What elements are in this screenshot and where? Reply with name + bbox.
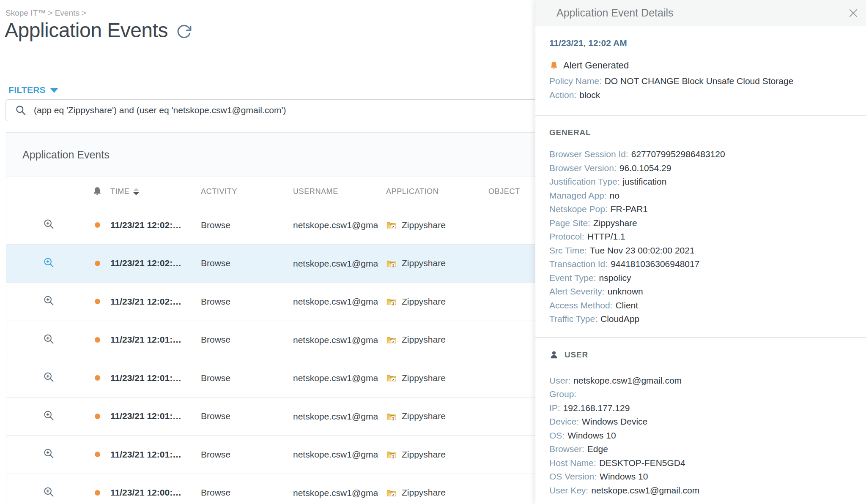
field-label: Policy Name: [549,76,602,86]
username-text: netskope.csw1@gmail.com [293,488,378,498]
zoom-in-icon[interactable] [43,337,55,346]
username-text: netskope.csw1@gmail.com [293,373,378,383]
field-value: 192.168.177.129 [563,403,630,413]
application-text: Zippyshare [402,450,446,460]
field-label: Access Method: [549,300,612,310]
detail-field: IP:192.168.177.129 [549,401,851,415]
zoom-in-icon[interactable] [43,375,55,384]
cell-time: 11/23/21 12:01:… [108,335,201,345]
cell-activity: Browse [201,450,293,460]
svg-text:z: z [392,263,395,267]
col-application[interactable]: APPLICATION [386,187,488,196]
zoom-in-icon[interactable] [43,413,55,423]
col-alert [87,186,108,196]
col-username[interactable]: USERNAME [293,187,386,196]
application-events-page: Skope IT™ > Events > Application Events … [0,0,866,504]
table-row[interactable]: 11/23/21 12:01:… Browse netskope.csw1@gm… [6,321,538,360]
cell-expand [6,218,87,232]
zoom-in-icon[interactable] [43,222,55,232]
cell-time: 11/23/21 12:02:… [108,258,201,268]
username-text: netskope.csw1@gmail.com [293,220,378,230]
field-label: IP: [549,403,560,413]
close-icon[interactable] [846,5,861,21]
field-label: Group: [549,389,576,399]
table-row[interactable]: 11/23/21 12:02:… Browse netskope.csw1@gm… [6,245,538,283]
cell-activity: Browse [201,373,293,383]
col-object[interactable]: OBJECT [488,187,538,196]
user-heading: USER [565,349,588,360]
table-row[interactable]: 11/23/21 12:01:… Browse netskope.csw1@gm… [6,398,538,436]
field-label: Traffic Type: [549,314,597,324]
filters-toggle[interactable]: FILTERS [8,85,58,95]
cell-activity: Browse [201,488,293,498]
detail-field: Traffic Type:CloudApp [549,312,851,326]
cell-expand [6,371,87,385]
zoom-in-icon[interactable] [43,298,55,308]
field-label: User Key: [549,485,588,495]
user-icon [549,350,559,360]
zoom-in-icon[interactable] [43,490,55,499]
query-input[interactable] [33,105,538,116]
cell-username: netskope.csw1@gmail.com [293,335,386,345]
detail-field: Justification Type:justification [549,175,851,189]
table-title: Application Events [6,133,538,177]
svg-text:z: z [392,340,395,344]
field-value: netskope.csw1@gmail.com [591,485,699,495]
zippyshare-app-icon: z [386,488,397,498]
application-text: Zippyshare [402,258,446,268]
cell-expand [6,447,87,461]
zippyshare-app-icon: z [386,449,397,460]
detail-field: User Key:netskope.csw1@gmail.com [549,484,851,498]
alert-dot-icon [95,299,100,304]
detail-field: Host Name:DESKTOP-FEN5GD4 [549,456,851,470]
field-value: unknown [608,286,643,296]
zoom-in-icon[interactable] [43,260,55,270]
cell-activity: Browse [201,258,293,268]
user-section: USER User:netskope.csw1@gmail.com Group:… [535,338,866,504]
detail-field: OS:Windows 10 [549,429,851,443]
field-value: Tue Nov 23 00:02:00 2021 [590,245,695,255]
application-text: Zippyshare [402,297,446,307]
table-row[interactable]: 11/23/21 12:02:… Browse netskope.csw1@gm… [6,206,538,245]
col-activity[interactable]: ACTIVITY [201,187,293,196]
cell-application: z Zippyshare [386,373,488,383]
sort-icon [133,188,139,195]
table-row[interactable]: 11/23/21 12:01:… Browse netskope.csw1@gm… [6,436,538,474]
breadcrumb[interactable]: Skope IT™ > Events > [5,8,86,18]
detail-field: Browser:Edge [549,442,851,456]
table-row[interactable]: 11/23/21 12:01:… Browse netskope.csw1@gm… [6,359,538,398]
panel-title: Application Event Details [556,7,846,19]
zippyshare-app-icon: z [386,411,397,422]
cell-time: 11/23/21 12:01:… [108,450,201,460]
search-icon [15,105,26,116]
cell-username: netskope.csw1@gmail.com [293,258,386,269]
table-row[interactable]: 11/23/21 12:02:… Browse netskope.csw1@gm… [6,283,538,321]
field-label: Browser: [549,444,584,454]
alert-dot-icon [95,375,100,381]
panel-header: Application Event Details [535,0,866,26]
svg-text:z: z [392,378,395,382]
field-label: Browser Session Id: [549,149,628,159]
field-value: Windows Device [582,417,647,426]
zoom-in-icon[interactable] [43,451,55,461]
detail-field: Src Time:Tue Nov 23 00:02:00 2021 [549,244,851,258]
cell-application: z Zippyshare [386,335,488,345]
table-row[interactable]: 11/23/21 12:00:… Browse netskope.csw1@gm… [6,474,538,504]
query-search-box [5,99,539,121]
alert-dot-icon [95,222,100,228]
cell-expand [6,409,87,423]
field-value: DO NOT CHANGE Block Unsafe Cloud Storage [605,76,794,86]
general-fields: Browser Session Id:6277079952986483120 B… [549,147,851,326]
field-label: Action: [549,90,576,100]
detail-field: Device:Windows Device [549,415,851,429]
col-time[interactable]: TIME [108,187,201,196]
refresh-button[interactable] [175,23,192,40]
cell-expand [6,333,87,347]
detail-field: Browser Session Id:6277079952986483120 [549,147,851,161]
detail-field: Page Site:Zippyshare [549,216,851,230]
field-value: CloudApp [600,314,639,324]
application-text: Zippyshare [402,335,446,345]
field-label: Host Name: [549,458,596,468]
field-label: Src Time: [549,245,587,255]
detail-field: Netskope Pop:FR-PAR1 [549,202,851,216]
